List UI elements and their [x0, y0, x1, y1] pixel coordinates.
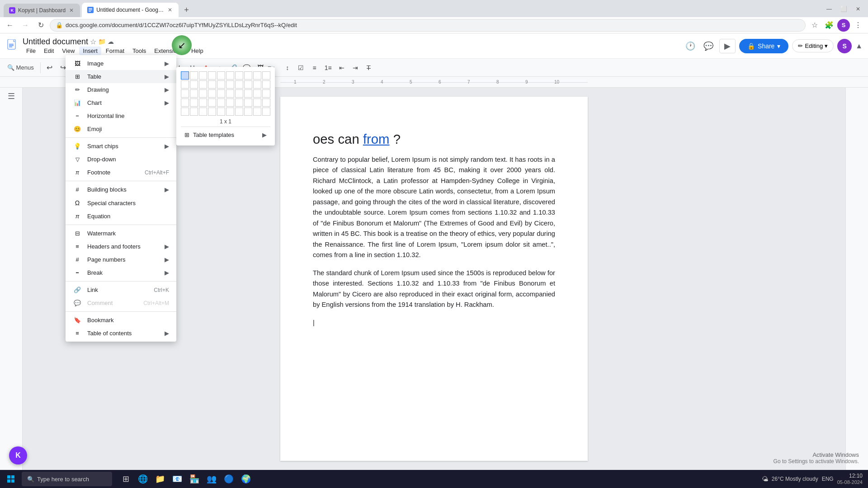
table-cell[interactable] — [253, 99, 261, 107]
table-cell[interactable] — [244, 71, 252, 80]
table-cell[interactable] — [217, 89, 225, 98]
history-icon[interactable]: 🕐 — [683, 39, 698, 53]
table-cell[interactable] — [244, 89, 252, 98]
menu-item-footnote[interactable]: π Footnote Ctrl+Alt+F — [66, 166, 176, 179]
menu-item-emoji[interactable]: 😊 Emoji — [66, 122, 176, 136]
menu-item-bookmark[interactable]: 🔖 Bookmark — [66, 314, 176, 327]
menu-item-link[interactable]: 🔗 Link Ctrl+K — [66, 283, 176, 296]
doc-title[interactable]: Untitled document — [23, 37, 88, 47]
table-cell[interactable] — [253, 108, 261, 116]
tab-inactive[interactable]: K Kopyst | Dashboard ✕ — [4, 4, 80, 17]
kopyst-dot[interactable]: K — [9, 446, 27, 465]
taskbar-app-files[interactable]: 📁 — [152, 471, 168, 487]
undo-button[interactable]: ↩ — [43, 61, 56, 74]
decrease-indent-button[interactable]: ⇤ — [335, 61, 348, 74]
menu-item-comment[interactable]: 💬 Comment Ctrl+Alt+M — [66, 296, 176, 310]
table-cell[interactable] — [208, 89, 216, 98]
tab-close-kopyst[interactable]: ✕ — [68, 7, 75, 14]
table-cell[interactable] — [208, 80, 216, 89]
table-cell[interactable] — [217, 99, 225, 107]
menu-item-headers-footers[interactable]: ≡ Headers and footers ▶ — [66, 240, 176, 253]
table-cell[interactable] — [262, 99, 270, 107]
table-cell[interactable] — [244, 108, 252, 116]
table-cell[interactable] — [199, 99, 207, 107]
taskbar-app-mail[interactable]: 📧 — [169, 471, 185, 487]
line-spacing-button[interactable]: ↕ — [281, 61, 294, 74]
taskbar-app-chrome[interactable]: 🌐 — [135, 471, 151, 487]
profile-icon[interactable]: S — [837, 19, 850, 32]
collapse-sidebar-button[interactable]: ▲ — [855, 42, 863, 50]
increase-indent-button[interactable]: ⇥ — [349, 61, 362, 74]
menu-format[interactable]: Format — [102, 47, 128, 55]
table-cell[interactable] — [262, 108, 270, 116]
table-cell[interactable] — [181, 80, 189, 89]
clear-formatting-button[interactable]: T̶ — [363, 61, 375, 74]
taskbar-app-edge[interactable]: 🔵 — [221, 471, 237, 487]
table-cell[interactable] — [181, 99, 189, 107]
menu-item-building-blocks[interactable]: # Building blocks ▶ — [66, 183, 176, 196]
minimize-button[interactable]: — — [823, 3, 835, 15]
taskbar-app-taskview[interactable]: ⊞ — [118, 471, 134, 487]
menu-item-special-characters[interactable]: Ω Special characters — [66, 196, 176, 210]
menu-item-smart-chips[interactable]: 💡 Smart chips ▶ — [66, 140, 176, 153]
menu-item-dropdown[interactable]: ▽ Drop-down — [66, 153, 176, 166]
comment-icon[interactable]: 💬 — [701, 39, 716, 53]
menu-extensions[interactable]: Extensions — [151, 47, 187, 55]
table-cell[interactable] — [244, 99, 252, 107]
table-cell[interactable] — [226, 71, 234, 80]
address-bar[interactable]: 🔒 docs.google.com/document/d/1CCZWl7ocz6… — [50, 19, 806, 32]
move-icon[interactable]: 📁 — [98, 38, 106, 45]
taskbar-search[interactable]: 🔍 Type here to search — [22, 472, 112, 486]
menu-item-watermark[interactable]: ⊟ Watermark — [66, 227, 176, 240]
table-cell[interactable] — [208, 108, 216, 116]
table-cell[interactable] — [262, 71, 270, 80]
bullet-list-button[interactable]: ≡ — [308, 61, 321, 74]
menu-item-drawing[interactable]: ✏ Drawing ▶ — [66, 83, 176, 96]
menu-item-equation[interactable]: π Equation — [66, 210, 176, 223]
table-cell[interactable] — [190, 108, 198, 116]
reload-button[interactable]: ↻ — [34, 19, 47, 32]
taskbar-app-ms[interactable]: 🏪 — [186, 471, 203, 487]
settings-icon[interactable]: ⋮ — [852, 19, 864, 32]
checklist-button[interactable]: ☑ — [295, 61, 307, 74]
table-cell[interactable] — [199, 71, 207, 80]
table-cell[interactable] — [226, 80, 234, 89]
heading-link[interactable]: from — [363, 131, 390, 146]
table-cell[interactable] — [235, 71, 243, 80]
menu-item-break[interactable]: ━ Break ▶ — [66, 266, 176, 279]
bookmark-icon[interactable]: ☆ — [808, 19, 821, 32]
table-cell[interactable] — [199, 108, 207, 116]
table-cell[interactable] — [235, 108, 243, 116]
menu-file[interactable]: File — [23, 47, 39, 55]
table-cell[interactable] — [190, 80, 198, 89]
menu-item-image[interactable]: 🖼 Image ▶ — [66, 57, 176, 70]
back-button[interactable]: ← — [4, 19, 16, 32]
menu-view[interactable]: View — [58, 47, 78, 55]
table-cell[interactable] — [253, 89, 261, 98]
tab-active[interactable]: Untitled document - Google D... ✕ — [82, 3, 179, 17]
star-icon[interactable]: ☆ — [90, 38, 96, 46]
extensions-icon[interactable]: 🧩 — [823, 19, 835, 32]
table-cell[interactable] — [235, 99, 243, 107]
table-cell[interactable] — [208, 71, 216, 80]
table-cell[interactable] — [217, 108, 225, 116]
cloud-icon[interactable]: ☁ — [108, 38, 114, 45]
outline-icon[interactable]: ☰ — [8, 91, 15, 101]
table-cell[interactable] — [226, 108, 234, 116]
table-cell[interactable] — [217, 80, 225, 89]
cursor-line[interactable]: | — [313, 318, 555, 327]
taskbar-app-chrome2[interactable]: 🌍 — [238, 471, 254, 487]
menu-item-toc[interactable]: ≡ Table of contents ▶ — [66, 327, 176, 340]
table-cell[interactable] — [199, 80, 207, 89]
menu-tools[interactable]: Tools — [129, 47, 150, 55]
table-cell[interactable] — [262, 80, 270, 89]
menu-help[interactable]: Help — [188, 47, 207, 55]
table-cell[interactable] — [235, 89, 243, 98]
table-cell[interactable] — [181, 71, 189, 80]
table-cell[interactable] — [253, 71, 261, 80]
close-button[interactable]: ✕ — [852, 3, 864, 15]
editing-button[interactable]: ✏ Editing ▾ — [792, 39, 834, 52]
present-icon[interactable]: ▶ — [719, 39, 736, 53]
table-cell[interactable] — [217, 71, 225, 80]
table-cell[interactable] — [262, 89, 270, 98]
